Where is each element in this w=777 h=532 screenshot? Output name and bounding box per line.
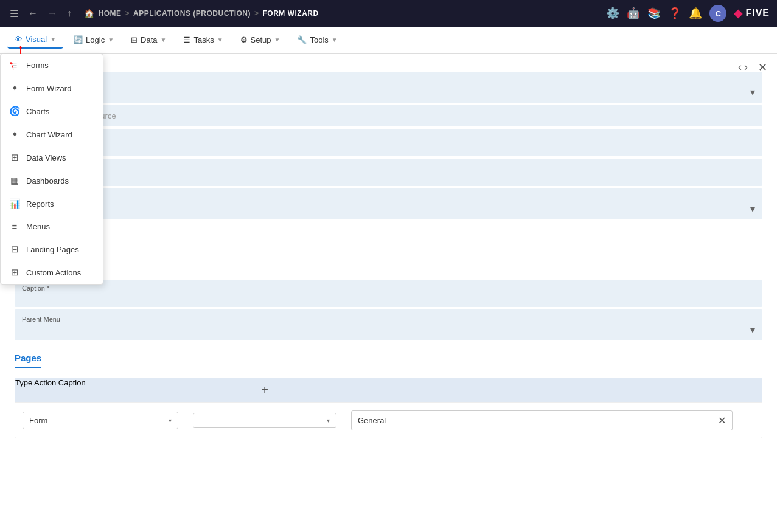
dropdown-item-form-wizard[interactable]: ✦ Form Wizard bbox=[1, 77, 103, 100]
up-button[interactable]: ↑ bbox=[64, 5, 74, 21]
name-label: Name * bbox=[22, 134, 755, 141]
main-data-source-field[interactable]: Main Data Source * ▾ bbox=[15, 72, 762, 103]
action-select[interactable]: ▾ bbox=[193, 413, 336, 428]
parent-menu-field[interactable]: Parent Menu ▾ bbox=[15, 309, 762, 340]
page-navigation-field[interactable]: Page Navigation * Top ▾ bbox=[15, 188, 762, 219]
bell-icon-btn[interactable]: 🔔 bbox=[689, 7, 702, 20]
nav-item-visual[interactable]: 👁 Visual ▼ bbox=[7, 31, 63, 49]
dropdown-item-dashboards[interactable]: ▦ Dashboards bbox=[1, 169, 103, 192]
nav-logic-label: Logic bbox=[86, 35, 105, 44]
close-button[interactable]: ✕ bbox=[758, 61, 767, 74]
parent-menu-arrow-icon: ▾ bbox=[750, 324, 755, 336]
dropdown-item-data-views[interactable]: ⊞ Data Views bbox=[1, 146, 103, 169]
eye-icon: 👁 bbox=[15, 35, 23, 44]
chart-wizard-label: Chart Wizard bbox=[26, 130, 72, 139]
landing-pages-label: Landing Pages bbox=[26, 245, 79, 254]
dashboards-label: Dashboards bbox=[26, 176, 69, 185]
navbar: 👁 Visual ▼ 🔄 Logic ▼ ⊞ Data ▼ ☰ Tasks ▼ … bbox=[0, 27, 777, 54]
action-id-input[interactable] bbox=[22, 172, 755, 181]
nav-item-setup[interactable]: ⚙ Setup ▼ bbox=[233, 32, 288, 48]
landing-pages-menu-icon: ⊟ bbox=[9, 244, 20, 255]
charts-menu-icon: 🌀 bbox=[9, 106, 20, 117]
pages-table: Type Action Caption + Form ▾ bbox=[15, 378, 762, 438]
action-cell: ▾ bbox=[186, 410, 344, 430]
breadcrumb-home[interactable]: HOME bbox=[99, 9, 122, 18]
table-row: Form ▾ ▾ General bbox=[15, 402, 762, 438]
add-menu-item-row: Add Menu Item bbox=[15, 260, 762, 274]
breadcrumb-applications[interactable]: APPLICATIONS (PRODUCTION) bbox=[133, 9, 251, 18]
dropdown-item-menus[interactable]: ≡ Menus bbox=[1, 215, 103, 238]
caption-label: Caption * bbox=[22, 285, 755, 292]
tools-icon: 🔧 bbox=[297, 35, 307, 44]
chart-wizard-menu-icon: ✦ bbox=[9, 129, 20, 140]
nav-visual-arrow: ▼ bbox=[50, 36, 56, 43]
form-wizard-menu-icon: ✦ bbox=[9, 83, 20, 94]
dropdown-item-reports[interactable]: 📊 Reports bbox=[1, 192, 103, 215]
nav-setup-label: Setup bbox=[251, 35, 271, 44]
dropdown-item-charts[interactable]: 🌀 Charts bbox=[1, 100, 103, 123]
action-select-arrow: ▾ bbox=[327, 417, 330, 424]
pages-table-header: Type Action Caption + bbox=[15, 378, 762, 402]
form-panel: ‹ › ✕ Main Data Source * ▾ Select a Main… bbox=[0, 54, 777, 532]
caption-input[interactable] bbox=[22, 293, 755, 302]
custom-actions-menu-icon: ⊞ bbox=[9, 267, 20, 278]
reports-menu-icon: 📊 bbox=[9, 198, 20, 209]
type-select-arrow: ▾ bbox=[169, 417, 172, 424]
select-main-data-source-hint: Select a Main Data Source bbox=[15, 105, 762, 126]
caption-field[interactable]: Caption * bbox=[15, 280, 762, 307]
avatar[interactable]: C bbox=[709, 5, 726, 22]
back-button[interactable]: ← bbox=[26, 5, 40, 21]
content-area: ‹ › ✕ Main Data Source * ▾ Select a Main… bbox=[0, 54, 777, 532]
name-field[interactable]: Name * bbox=[15, 129, 762, 156]
caption-clear-icon[interactable]: ✕ bbox=[718, 415, 726, 426]
caption-cell-input[interactable]: General ✕ bbox=[351, 410, 733, 430]
dropdown-item-custom-actions[interactable]: ⊞ Custom Actions bbox=[1, 261, 103, 284]
type-select[interactable]: Form ▾ bbox=[23, 412, 178, 429]
data-views-label: Data Views bbox=[26, 153, 66, 162]
nav-tasks-arrow: ▼ bbox=[217, 36, 223, 43]
setup-icon: ⚙ bbox=[240, 35, 248, 44]
name-input[interactable] bbox=[22, 142, 755, 151]
custom-actions-label: Custom Actions bbox=[26, 268, 81, 277]
breadcrumb-sep1: > bbox=[125, 9, 130, 18]
robot-icon-btn[interactable]: 🤖 bbox=[627, 7, 640, 20]
form-nav-arrows: ‹ › bbox=[738, 61, 748, 74]
type-select-value: Form bbox=[29, 416, 47, 425]
next-arrow[interactable]: › bbox=[744, 61, 748, 74]
dropdown-item-chart-wizard[interactable]: ✦ Chart Wizard bbox=[1, 123, 103, 146]
nav-item-logic[interactable]: 🔄 Logic ▼ bbox=[66, 32, 121, 48]
breadcrumb: 🏠 HOME > APPLICATIONS (PRODUCTION) > FOR… bbox=[84, 9, 319, 18]
row-actions-cell bbox=[740, 418, 762, 423]
dropdown-item-landing-pages[interactable]: ⊟ Landing Pages bbox=[1, 238, 103, 261]
nav-item-tasks[interactable]: ☰ Tasks ▼ bbox=[176, 32, 230, 48]
settings-icon-btn[interactable]: ⚙️ bbox=[606, 7, 619, 20]
prev-arrow[interactable]: ‹ bbox=[738, 61, 742, 74]
nav-data-label: Data bbox=[141, 35, 157, 44]
action-id-field[interactable]: ActionID * bbox=[15, 159, 762, 186]
forms-menu-icon: ≡ bbox=[9, 60, 20, 71]
data-icon: ⊞ bbox=[131, 35, 138, 44]
nav-item-tools[interactable]: 🔧 Tools ▼ bbox=[290, 32, 344, 48]
form-wizard-label: Form Wizard bbox=[26, 84, 71, 93]
nav-visual-label: Visual bbox=[26, 35, 47, 44]
five-logo: ◆ FIVE bbox=[734, 7, 770, 20]
dropdown-item-forms[interactable]: ≡ Forms bbox=[1, 54, 103, 77]
charts-label: Charts bbox=[26, 107, 49, 116]
topbar: ☰ ← → ↑ 🏠 HOME > APPLICATIONS (PRODUCTIO… bbox=[0, 0, 777, 27]
help-icon-btn[interactable]: ❓ bbox=[668, 7, 681, 20]
books-icon-btn[interactable]: 📚 bbox=[647, 7, 661, 20]
caption-cell-value: General bbox=[358, 416, 386, 425]
main-container: ≡ Forms ✦ Form Wizard 🌀 Charts ✦ Chart W… bbox=[0, 54, 777, 532]
forward-button[interactable]: → bbox=[45, 5, 60, 21]
hamburger-menu[interactable]: ☰ bbox=[7, 5, 21, 22]
reports-label: Reports bbox=[26, 199, 54, 209]
add-row-button[interactable]: + bbox=[186, 378, 344, 402]
menu-section: Menu bbox=[15, 222, 762, 252]
data-views-menu-icon: ⊞ bbox=[9, 152, 20, 163]
breadcrumb-current: FORM WIZARD bbox=[262, 9, 318, 18]
nav-item-data[interactable]: ⊞ Data ▼ bbox=[124, 32, 173, 48]
nav-data-arrow: ▼ bbox=[161, 36, 167, 43]
menus-menu-icon: ≡ bbox=[9, 221, 20, 232]
pages-section: Pages Type Action Caption + bbox=[15, 353, 762, 438]
type-cell: Form ▾ bbox=[15, 409, 186, 432]
